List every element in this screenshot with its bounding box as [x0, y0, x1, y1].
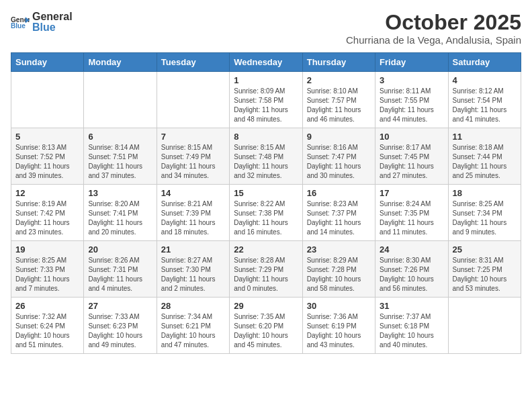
calendar-cell: 15Sunrise: 8:22 AM Sunset: 7:38 PM Dayli…	[230, 185, 302, 241]
calendar-cell: 31Sunrise: 7:37 AM Sunset: 6:18 PM Dayli…	[375, 298, 448, 354]
day-info: Sunrise: 8:24 AM Sunset: 7:35 PM Dayligh…	[380, 199, 443, 237]
day-number: 13	[88, 188, 152, 198]
day-number: 8	[234, 132, 298, 142]
day-number: 23	[307, 244, 371, 255]
day-info: Sunrise: 7:36 AM Sunset: 6:19 PM Dayligh…	[307, 312, 371, 350]
calendar-cell: 3Sunrise: 8:11 AM Sunset: 7:55 PM Daylig…	[375, 72, 448, 128]
svg-text:Blue: Blue	[11, 22, 26, 30]
calendar-cell: 22Sunrise: 8:28 AM Sunset: 7:29 PM Dayli…	[230, 241, 302, 298]
calendar-week-row: 12Sunrise: 8:19 AM Sunset: 7:42 PM Dayli…	[11, 185, 521, 241]
day-number: 22	[234, 244, 298, 255]
day-number: 7	[161, 132, 225, 142]
day-number: 29	[234, 301, 298, 311]
day-info: Sunrise: 8:15 AM Sunset: 7:49 PM Dayligh…	[161, 143, 225, 181]
day-info: Sunrise: 8:15 AM Sunset: 7:48 PM Dayligh…	[234, 143, 298, 181]
calendar-table: SundayMondayTuesdayWednesdayThursdayFrid…	[11, 52, 521, 354]
day-number: 19	[15, 244, 79, 255]
calendar-week-row: 26Sunrise: 7:32 AM Sunset: 6:24 PM Dayli…	[11, 298, 521, 354]
calendar-header-row: SundayMondayTuesdayWednesdayThursdayFrid…	[11, 53, 521, 72]
calendar-cell: 8Sunrise: 8:15 AM Sunset: 7:48 PM Daylig…	[230, 128, 302, 185]
calendar-cell: 12Sunrise: 8:19 AM Sunset: 7:42 PM Dayli…	[11, 185, 84, 241]
day-number: 30	[307, 301, 371, 311]
day-info: Sunrise: 8:14 AM Sunset: 7:51 PM Dayligh…	[88, 143, 152, 181]
day-info: Sunrise: 8:28 AM Sunset: 7:29 PM Dayligh…	[234, 256, 298, 293]
day-info: Sunrise: 8:18 AM Sunset: 7:44 PM Dayligh…	[453, 143, 517, 181]
page-title: October 2025	[346, 11, 521, 34]
day-number: 15	[234, 188, 298, 198]
calendar-cell: 24Sunrise: 8:30 AM Sunset: 7:26 PM Dayli…	[375, 241, 448, 298]
day-info: Sunrise: 8:17 AM Sunset: 7:45 PM Dayligh…	[380, 143, 443, 181]
day-info: Sunrise: 8:23 AM Sunset: 7:37 PM Dayligh…	[307, 199, 371, 237]
day-number: 16	[307, 188, 371, 198]
day-info: Sunrise: 7:34 AM Sunset: 6:21 PM Dayligh…	[161, 312, 225, 350]
day-number: 24	[380, 244, 443, 255]
calendar-header-tuesday: Tuesday	[157, 53, 229, 72]
calendar-header-friday: Friday	[375, 53, 448, 72]
day-info: Sunrise: 7:32 AM Sunset: 6:24 PM Dayligh…	[15, 312, 79, 350]
logo-blue: Blue	[32, 21, 73, 34]
calendar-cell: 25Sunrise: 8:31 AM Sunset: 7:25 PM Dayli…	[448, 241, 521, 298]
calendar-cell	[157, 72, 229, 128]
calendar-cell: 16Sunrise: 8:23 AM Sunset: 7:37 PM Dayli…	[302, 185, 375, 241]
calendar-header-wednesday: Wednesday	[230, 53, 302, 72]
day-info: Sunrise: 8:29 AM Sunset: 7:28 PM Dayligh…	[307, 256, 371, 293]
day-info: Sunrise: 7:33 AM Sunset: 6:23 PM Dayligh…	[88, 312, 152, 350]
day-info: Sunrise: 8:16 AM Sunset: 7:47 PM Dayligh…	[307, 143, 371, 181]
day-info: Sunrise: 8:26 AM Sunset: 7:31 PM Dayligh…	[88, 256, 152, 293]
day-number: 27	[88, 301, 152, 311]
title-block: October 2025 Churriana de la Vega, Andal…	[346, 11, 521, 46]
day-number: 28	[161, 301, 225, 311]
day-number: 6	[88, 132, 152, 142]
calendar-cell: 7Sunrise: 8:15 AM Sunset: 7:49 PM Daylig…	[157, 128, 229, 185]
calendar-cell: 23Sunrise: 8:29 AM Sunset: 7:28 PM Dayli…	[302, 241, 375, 298]
day-info: Sunrise: 8:09 AM Sunset: 7:58 PM Dayligh…	[234, 87, 298, 124]
day-info: Sunrise: 7:35 AM Sunset: 6:20 PM Dayligh…	[234, 312, 298, 350]
calendar-cell	[84, 72, 157, 128]
day-info: Sunrise: 8:22 AM Sunset: 7:38 PM Dayligh…	[234, 199, 298, 237]
day-number: 31	[380, 301, 443, 311]
calendar-cell: 6Sunrise: 8:14 AM Sunset: 7:51 PM Daylig…	[84, 128, 157, 185]
calendar-header-sunday: Sunday	[11, 53, 84, 72]
calendar-cell: 19Sunrise: 8:25 AM Sunset: 7:33 PM Dayli…	[11, 241, 84, 298]
logo: General Blue General Blue	[11, 11, 73, 33]
day-number: 14	[161, 188, 225, 198]
calendar-cell: 14Sunrise: 8:21 AM Sunset: 7:39 PM Dayli…	[157, 185, 229, 241]
calendar-cell: 18Sunrise: 8:25 AM Sunset: 7:34 PM Dayli…	[448, 185, 521, 241]
calendar-cell: 20Sunrise: 8:26 AM Sunset: 7:31 PM Dayli…	[84, 241, 157, 298]
calendar-cell: 17Sunrise: 8:24 AM Sunset: 7:35 PM Dayli…	[375, 185, 448, 241]
calendar-cell: 28Sunrise: 7:34 AM Sunset: 6:21 PM Dayli…	[157, 298, 229, 354]
calendar-header-thursday: Thursday	[302, 53, 375, 72]
calendar-cell: 10Sunrise: 8:17 AM Sunset: 7:45 PM Dayli…	[375, 128, 448, 185]
calendar-week-row: 1Sunrise: 8:09 AM Sunset: 7:58 PM Daylig…	[11, 72, 521, 128]
day-number: 26	[15, 301, 79, 311]
calendar-cell	[11, 72, 84, 128]
day-number: 11	[453, 132, 517, 142]
day-info: Sunrise: 8:25 AM Sunset: 7:34 PM Dayligh…	[453, 199, 517, 237]
day-number: 20	[88, 244, 152, 255]
calendar-cell: 1Sunrise: 8:09 AM Sunset: 7:58 PM Daylig…	[230, 72, 302, 128]
day-number: 5	[15, 132, 79, 142]
calendar-cell: 13Sunrise: 8:20 AM Sunset: 7:41 PM Dayli…	[84, 185, 157, 241]
calendar-cell: 5Sunrise: 8:13 AM Sunset: 7:52 PM Daylig…	[11, 128, 84, 185]
day-info: Sunrise: 8:12 AM Sunset: 7:54 PM Dayligh…	[453, 87, 517, 124]
calendar-cell: 9Sunrise: 8:16 AM Sunset: 7:47 PM Daylig…	[302, 128, 375, 185]
day-number: 4	[453, 75, 517, 85]
day-info: Sunrise: 7:37 AM Sunset: 6:18 PM Dayligh…	[380, 312, 443, 350]
day-number: 17	[380, 188, 443, 198]
calendar-cell: 30Sunrise: 7:36 AM Sunset: 6:19 PM Dayli…	[302, 298, 375, 354]
calendar-week-row: 5Sunrise: 8:13 AM Sunset: 7:52 PM Daylig…	[11, 128, 521, 185]
calendar-cell: 29Sunrise: 7:35 AM Sunset: 6:20 PM Dayli…	[230, 298, 302, 354]
day-number: 3	[380, 75, 443, 85]
calendar-cell: 26Sunrise: 7:32 AM Sunset: 6:24 PM Dayli…	[11, 298, 84, 354]
day-info: Sunrise: 8:30 AM Sunset: 7:26 PM Dayligh…	[380, 256, 443, 293]
day-info: Sunrise: 8:13 AM Sunset: 7:52 PM Dayligh…	[15, 143, 79, 181]
calendar-header-monday: Monday	[84, 53, 157, 72]
day-info: Sunrise: 8:19 AM Sunset: 7:42 PM Dayligh…	[15, 199, 79, 237]
calendar-cell: 11Sunrise: 8:18 AM Sunset: 7:44 PM Dayli…	[448, 128, 521, 185]
calendar-cell	[448, 298, 521, 354]
day-number: 10	[380, 132, 443, 142]
calendar-header-saturday: Saturday	[448, 53, 521, 72]
calendar-cell: 2Sunrise: 8:10 AM Sunset: 7:57 PM Daylig…	[302, 72, 375, 128]
day-info: Sunrise: 8:10 AM Sunset: 7:57 PM Dayligh…	[307, 87, 371, 124]
day-number: 25	[453, 244, 517, 255]
